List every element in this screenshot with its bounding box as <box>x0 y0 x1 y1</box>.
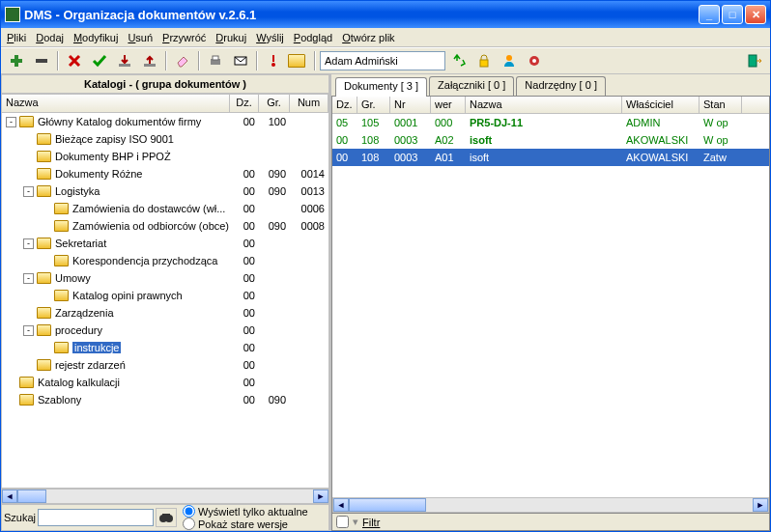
exit-button[interactable] <box>743 50 766 71</box>
menu-usuń[interactable]: Usuń <box>128 32 153 43</box>
search-button[interactable] <box>156 508 177 527</box>
table-row[interactable]: 051050001000PR5-DJ-11ADMINW op <box>332 114 769 131</box>
col-num[interactable]: Num <box>290 95 328 112</box>
gcol-wlasc[interactable]: Właściciel <box>622 97 700 113</box>
tree-item[interactable]: Katalog kalkulacji00 <box>2 374 328 391</box>
gcol-stan[interactable]: Stan <box>700 97 742 113</box>
maximize-button[interactable]: □ <box>722 5 743 24</box>
expander-icon[interactable]: - <box>23 325 34 336</box>
grid-scroll-right[interactable]: ► <box>753 498 768 512</box>
export-button[interactable] <box>138 50 161 71</box>
close-button[interactable]: ✕ <box>745 5 766 24</box>
app-icon <box>5 7 20 22</box>
grid-body[interactable]: 051050001000PR5-DJ-11ADMINW op001080003A… <box>332 114 769 497</box>
menu-drukuj[interactable]: Drukuj <box>215 32 246 43</box>
erase-button[interactable] <box>171 50 194 71</box>
scroll-left-button[interactable]: ◄ <box>2 490 17 503</box>
folder-icon <box>37 272 51 284</box>
tree-label: rejestr zdarzeń <box>55 359 230 371</box>
lock-button[interactable] <box>472 50 496 71</box>
scroll-track[interactable] <box>46 490 313 503</box>
mail-button[interactable] <box>229 50 252 71</box>
menu-pliki[interactable]: Pliki <box>7 32 26 43</box>
filter-checkbox[interactable] <box>336 516 349 528</box>
add-button[interactable] <box>5 50 28 71</box>
tree-label: Katalog opini prawnych <box>72 290 230 301</box>
tree-item[interactable]: rejestr zdarzeń00 <box>2 356 328 374</box>
user-name: Adam Admiński <box>325 55 398 67</box>
gcol-nr[interactable]: Nr <box>390 97 431 113</box>
scroll-right-button[interactable]: ► <box>313 490 328 503</box>
expander-icon[interactable]: - <box>23 238 34 249</box>
catalog-tree[interactable]: -Główny Katalog dokumentów firmy00100Bie… <box>1 113 329 489</box>
user-info-button[interactable] <box>498 50 521 71</box>
tree-hscroll[interactable]: ◄ ► <box>1 489 329 504</box>
radio-old[interactable]: Pokaż stare wersje <box>183 518 308 530</box>
recycle-button[interactable] <box>447 50 471 71</box>
alert-button[interactable] <box>262 50 285 71</box>
folder-icon <box>37 168 51 180</box>
import-button[interactable] <box>113 50 136 71</box>
tree-item[interactable]: -procedury00 <box>2 322 328 339</box>
approve-button[interactable] <box>88 50 111 71</box>
menu-otwórz plik[interactable]: Otwórz plik <box>342 32 394 43</box>
tree-item[interactable]: Zamówienia od odbiorców (obce)000900008 <box>2 217 328 235</box>
menu-wyślij[interactable]: Wyślij <box>256 32 284 43</box>
menu-dodaj[interactable]: Dodaj <box>36 32 64 43</box>
tree-item[interactable]: instrukcje00 <box>2 339 328 356</box>
tab[interactable]: Nadrzędny [ 0 ] <box>516 76 606 96</box>
tree-item[interactable]: Dokumenty BHP i PPOŻ <box>2 148 328 165</box>
tree-label: Dokumenty Różne <box>55 168 230 180</box>
col-gr[interactable]: Gr. <box>259 95 290 112</box>
toolbar: Adam Admiński <box>1 47 770 74</box>
settings-button[interactable] <box>523 50 546 71</box>
tree-item[interactable]: -Logistyka000900013 <box>2 182 328 200</box>
main-window: DMS - Organizacja dokumentów v.2.6.1 _ □… <box>0 0 771 532</box>
menu-podgląd[interactable]: Podgląd <box>294 32 332 43</box>
minimize-button[interactable]: _ <box>699 5 720 24</box>
tree-item[interactable]: Szablony00090 <box>2 391 328 408</box>
menu-modyfikuj[interactable]: Modyfikuj <box>73 32 118 43</box>
tree-item[interactable]: Dokumenty Różne000900014 <box>2 165 328 182</box>
tree-item[interactable]: Zamówienia do dostawców (wł...000006 <box>2 200 328 217</box>
expander-icon[interactable]: - <box>23 186 34 197</box>
grid-header: Dz. Gr. Nr wer Nazwa Właściciel Stan <box>332 97 769 114</box>
tree-item[interactable]: -Umowy00 <box>2 269 328 287</box>
tree-item[interactable]: Bieżące zapisy ISO 9001 <box>2 130 328 148</box>
delete-button[interactable] <box>63 50 86 71</box>
grid-hscroll[interactable]: ◄ ► <box>332 497 769 513</box>
grid-scroll-left[interactable]: ◄ <box>333 498 349 512</box>
gcol-gr[interactable]: Gr. <box>357 97 390 113</box>
tree-label: Umowy <box>55 272 230 284</box>
remove-button[interactable] <box>30 50 53 71</box>
filter-label[interactable]: Filtr <box>362 517 380 528</box>
tree-item[interactable]: Korespondencja przychodząca00 <box>2 252 328 269</box>
user-field[interactable]: Adam Admiński <box>320 51 445 70</box>
menu-przywróć[interactable]: Przywróć <box>162 32 206 43</box>
col-nazwa[interactable]: Nazwa <box>2 95 230 112</box>
search-input[interactable] <box>38 509 154 526</box>
gcol-wer[interactable]: wer <box>431 97 466 113</box>
expander-icon[interactable]: - <box>6 117 16 127</box>
gcol-nazwa[interactable]: Nazwa <box>466 97 622 113</box>
grid-scroll-track[interactable] <box>426 498 753 512</box>
scroll-thumb[interactable] <box>17 490 46 503</box>
grid-scroll-thumb[interactable] <box>349 498 426 512</box>
table-row[interactable]: 001080003A01isoftAKOWALSKIZatw <box>332 149 769 166</box>
tree-item[interactable]: -Sekretariat00 <box>2 235 328 252</box>
open-folder-button[interactable] <box>287 50 310 71</box>
folder-icon <box>19 377 34 388</box>
tab[interactable]: Dokumenty [ 3 ] <box>335 77 427 97</box>
tree-item[interactable]: -Główny Katalog dokumentów firmy00100 <box>2 113 328 130</box>
radio-current[interactable]: Wyświetl tylko aktualne <box>183 505 308 518</box>
print-button[interactable] <box>204 50 227 71</box>
table-row[interactable]: 001080003A02isoftAKOWALSKIW op <box>332 131 769 149</box>
tab[interactable]: Załączniki [ 0 ] <box>429 76 514 96</box>
tree-label: Zarządzenia <box>55 307 230 319</box>
tree-item[interactable]: Zarządzenia00 <box>2 304 328 322</box>
tree-label: Korespondencja przychodząca <box>72 255 230 266</box>
expander-icon[interactable]: - <box>23 273 34 284</box>
tree-item[interactable]: Katalog opini prawnych00 <box>2 287 328 304</box>
col-dz[interactable]: Dz. <box>230 95 259 112</box>
gcol-dz[interactable]: Dz. <box>332 97 357 113</box>
